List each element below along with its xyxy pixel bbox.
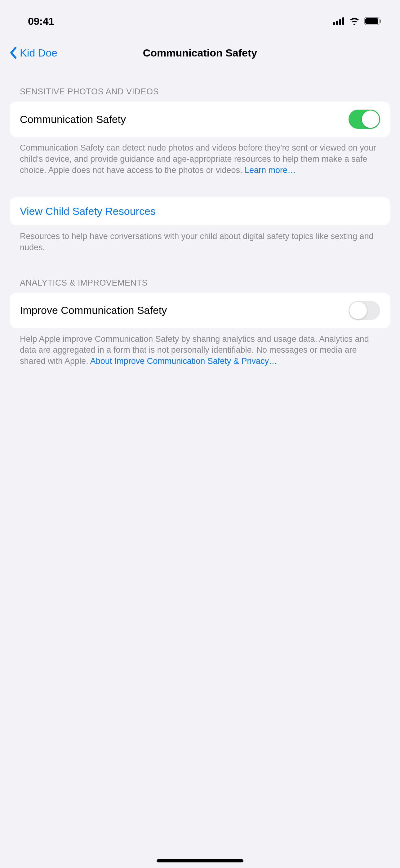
about-privacy-link[interactable]: About Improve Communication Safety & Pri… — [90, 356, 277, 366]
status-icons — [333, 17, 381, 25]
svg-rect-0 — [333, 22, 335, 25]
section-header-sensitive: SENSITIVE PHOTOS AND VIDEOS — [10, 68, 390, 101]
svg-rect-5 — [365, 18, 378, 24]
row-improve-communication-safety: Improve Communication Safety — [10, 293, 390, 328]
row-label: Improve Communication Safety — [20, 304, 167, 316]
svg-rect-1 — [336, 21, 338, 25]
status-bar: 09:41 — [0, 0, 400, 37]
chevron-left-icon — [9, 46, 17, 59]
page-title: Communication Safety — [9, 47, 391, 59]
nav-bar: Kid Doe Communication Safety — [0, 37, 400, 68]
toggle-knob — [362, 111, 379, 128]
list-group-sensitive: Communication Safety — [10, 101, 390, 137]
footer-resources: Resources to help have conversations wit… — [10, 225, 390, 253]
footer-analytics: Help Apple improve Communication Safety … — [10, 328, 390, 367]
svg-rect-2 — [339, 19, 341, 25]
back-button[interactable]: Kid Doe — [9, 46, 57, 59]
list-group-resources: View Child Safety Resources — [10, 197, 390, 225]
svg-rect-3 — [342, 18, 344, 25]
back-label: Kid Doe — [20, 47, 57, 59]
battery-icon — [364, 17, 381, 25]
row-view-resources[interactable]: View Child Safety Resources — [10, 197, 390, 225]
home-indicator[interactable] — [157, 859, 243, 862]
wifi-icon — [349, 18, 360, 25]
status-time: 09:41 — [28, 15, 54, 27]
toggle-improve-communication-safety[interactable] — [348, 301, 380, 320]
cellular-icon — [333, 18, 345, 25]
row-communication-safety: Communication Safety — [10, 101, 390, 137]
row-link-label: View Child Safety Resources — [20, 205, 156, 217]
list-group-analytics: Improve Communication Safety — [10, 293, 390, 328]
row-label: Communication Safety — [20, 113, 126, 125]
toggle-communication-safety[interactable] — [348, 110, 380, 129]
footer-sensitive: Communication Safety can detect nude pho… — [10, 137, 390, 176]
learn-more-link[interactable]: Learn more… — [245, 165, 296, 175]
footer-text-body: Communication Safety can detect nude pho… — [20, 143, 376, 175]
svg-rect-6 — [380, 20, 381, 23]
section-header-analytics: ANALYTICS & IMPROVEMENTS — [10, 253, 390, 293]
toggle-knob — [349, 302, 367, 319]
